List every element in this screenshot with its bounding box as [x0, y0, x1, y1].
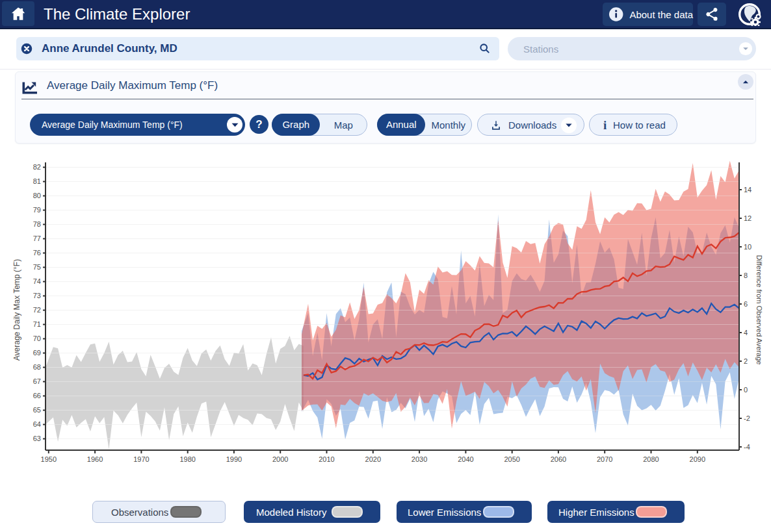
- svg-text:68: 68: [33, 363, 41, 371]
- svg-text:81: 81: [33, 177, 41, 185]
- svg-text:Average Daily Max Temp (°F): Average Daily Max Temp (°F): [12, 259, 21, 361]
- svg-text:63: 63: [33, 435, 41, 442]
- svg-text:Difference from Observed Avera: Difference from Observed Average: [755, 255, 763, 365]
- svg-text:-2: -2: [744, 414, 750, 422]
- svg-text:2030: 2030: [412, 455, 427, 463]
- svg-text:2010: 2010: [319, 455, 334, 463]
- svg-text:72: 72: [33, 306, 41, 314]
- svg-text:79: 79: [33, 206, 41, 214]
- svg-text:1970: 1970: [133, 455, 149, 463]
- svg-text:2080: 2080: [643, 455, 659, 463]
- svg-text:76: 76: [33, 249, 41, 257]
- svg-text:2090: 2090: [690, 455, 705, 463]
- svg-text:2050: 2050: [504, 455, 519, 463]
- svg-text:0: 0: [744, 386, 748, 394]
- svg-text:67: 67: [33, 377, 41, 385]
- svg-text:2: 2: [744, 357, 748, 365]
- svg-text:12: 12: [744, 214, 751, 222]
- svg-text:69: 69: [33, 349, 41, 357]
- svg-text:2070: 2070: [597, 455, 612, 463]
- svg-text:14: 14: [744, 186, 751, 194]
- svg-text:71: 71: [33, 320, 41, 328]
- svg-text:2040: 2040: [458, 455, 473, 463]
- svg-text:1980: 1980: [179, 455, 195, 463]
- svg-text:2000: 2000: [272, 455, 288, 463]
- svg-text:82: 82: [33, 163, 41, 171]
- svg-text:77: 77: [33, 234, 41, 242]
- svg-text:66: 66: [33, 392, 41, 399]
- svg-text:1990: 1990: [226, 455, 242, 463]
- svg-text:80: 80: [33, 192, 41, 199]
- svg-text:6: 6: [744, 300, 748, 308]
- svg-text:73: 73: [33, 292, 41, 299]
- svg-text:65: 65: [33, 406, 41, 414]
- svg-text:74: 74: [33, 277, 41, 285]
- svg-text:1960: 1960: [87, 455, 103, 463]
- svg-text:75: 75: [33, 263, 41, 271]
- svg-text:70: 70: [33, 335, 41, 342]
- svg-text:2020: 2020: [365, 455, 381, 463]
- svg-text:4: 4: [744, 329, 748, 336]
- svg-text:2060: 2060: [551, 455, 566, 463]
- svg-text:8: 8: [744, 272, 748, 279]
- svg-text:1950: 1950: [41, 455, 57, 463]
- svg-text:78: 78: [33, 220, 41, 228]
- svg-text:10: 10: [744, 243, 751, 251]
- svg-text:64: 64: [33, 420, 41, 428]
- svg-text:-4: -4: [744, 443, 750, 451]
